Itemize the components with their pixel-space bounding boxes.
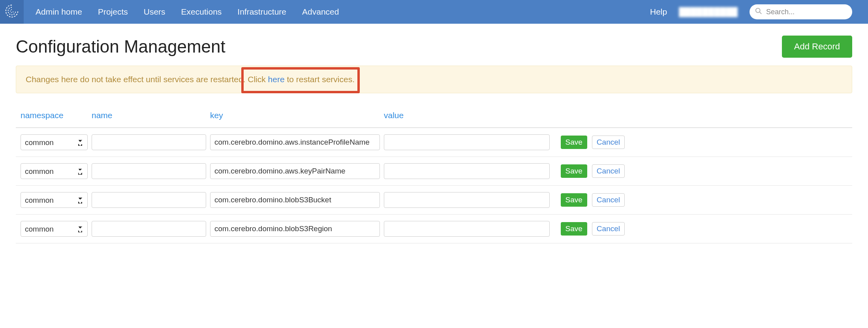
namespace-select[interactable]: common [21, 134, 88, 150]
alert-click: Click [248, 75, 268, 84]
table-row: commonSaveCancel [16, 128, 852, 157]
col-key[interactable]: key [210, 111, 380, 120]
cancel-button[interactable]: Cancel [592, 164, 625, 178]
nav-projects[interactable]: Projects [98, 7, 128, 17]
col-value[interactable]: value [384, 111, 550, 120]
nav-search [750, 4, 852, 19]
nav-help[interactable]: Help [650, 7, 667, 17]
nav-items: Admin home Projects Users Executions Inf… [24, 7, 650, 17]
alert-pre: Changes here do not take effect until se… [26, 75, 248, 84]
nav-admin-home[interactable]: Admin home [36, 7, 82, 17]
table-header-row: namespace name key value [16, 105, 852, 128]
col-name[interactable]: name [92, 111, 206, 120]
value-input[interactable] [384, 221, 550, 237]
page-title: Configuration Management [16, 37, 225, 57]
table-row: commonSaveCancel [16, 186, 852, 215]
brand-logo[interactable] [0, 0, 24, 24]
table-row: commonSaveCancel [16, 157, 852, 186]
nav-advanced[interactable]: Advanced [302, 7, 339, 17]
top-navbar: Admin home Projects Users Executions Inf… [0, 0, 868, 24]
row-actions: SaveCancel [554, 136, 625, 149]
table-row: commonSaveCancel [16, 215, 852, 243]
namespace-select[interactable]: common [21, 221, 88, 237]
row-actions: SaveCancel [554, 164, 625, 178]
save-button[interactable]: Save [561, 164, 587, 178]
config-table: namespace name key value commonSaveCance… [16, 105, 852, 243]
row-actions: SaveCancel [554, 222, 625, 236]
nav-executions[interactable]: Executions [181, 7, 222, 17]
cancel-button[interactable]: Cancel [592, 222, 625, 236]
namespace-select[interactable]: common [21, 163, 88, 179]
save-button[interactable]: Save [561, 193, 587, 207]
key-input[interactable] [210, 134, 380, 150]
value-input[interactable] [384, 134, 550, 150]
nav-user[interactable]: ██████████ [679, 7, 738, 17]
name-input[interactable] [92, 192, 206, 208]
name-input[interactable] [92, 163, 206, 179]
key-input[interactable] [210, 163, 380, 179]
namespace-select[interactable]: common [21, 192, 88, 208]
cancel-button[interactable]: Cancel [592, 193, 625, 207]
add-record-button[interactable]: Add Record [782, 36, 852, 58]
nav-right: Help ██████████ [650, 4, 868, 19]
value-input[interactable] [384, 192, 550, 208]
key-input[interactable] [210, 221, 380, 237]
key-input[interactable] [210, 192, 380, 208]
name-input[interactable] [92, 134, 206, 150]
save-button[interactable]: Save [561, 222, 587, 236]
nav-users[interactable]: Users [144, 7, 165, 17]
save-button[interactable]: Save [561, 136, 587, 149]
spiral-icon [4, 4, 19, 21]
name-input[interactable] [92, 221, 206, 237]
value-input[interactable] [384, 163, 550, 179]
restart-alert: Changes here do not take effect until se… [16, 66, 852, 93]
cancel-button[interactable]: Cancel [592, 136, 625, 149]
row-actions: SaveCancel [554, 193, 625, 207]
search-input[interactable] [750, 4, 852, 19]
col-namespace[interactable]: namespace [21, 111, 88, 120]
alert-post: to restart services. [285, 75, 355, 84]
restart-services-link[interactable]: here [268, 75, 285, 84]
nav-infrastructure[interactable]: Infrastructure [237, 7, 286, 17]
